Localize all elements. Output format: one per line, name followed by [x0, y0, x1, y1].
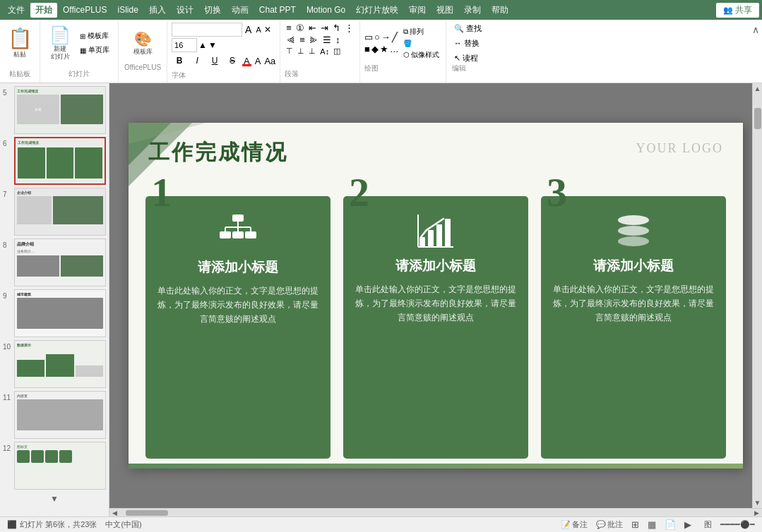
h-scrollbar[interactable]: ◀ ▶ [109, 508, 762, 516]
bullets-btn[interactable]: ≡ [285, 23, 293, 33]
font-color-btn[interactable]: A [242, 56, 251, 66]
card-3-text[interactable]: 单击此处输入你的正文，文字是您思想的提炼，为了最终演示发布的良好效果，请尽量言简… [551, 282, 716, 325]
slide-thumb-5[interactable]: 5 工作完成情况 表格 [3, 86, 106, 134]
menu-help[interactable]: 帮助 [487, 3, 513, 18]
scroll-up-arrow[interactable]: ▲ [753, 83, 762, 94]
align-mid-btn[interactable]: ⊥ [296, 47, 306, 56]
slide-canvas[interactable]: 工作完成情况 YOUR LOGO 1 [129, 123, 743, 468]
shape-diamond[interactable]: ◆ [371, 44, 379, 54]
h-scroll-thumb[interactable] [126, 510, 168, 516]
officeplus-templates-btn[interactable]: 🎨 模板库 [133, 30, 153, 56]
v-scrollbar[interactable]: ▲ ▼ [752, 83, 762, 508]
menu-home[interactable]: 开始 [30, 3, 57, 18]
align-right-btn[interactable]: ⫸ [308, 35, 320, 45]
comments-button[interactable]: 💬 批注 [596, 519, 623, 530]
font-clear-btn[interactable]: ✕ [264, 25, 271, 35]
font-name-input[interactable] [172, 23, 242, 37]
slide-thumb-10[interactable]: 10 数据展示 [3, 340, 106, 388]
col-btn[interactable]: ⋮ [343, 23, 355, 33]
slide-thumb-8[interactable]: 8 品牌介绍 业务简介... [3, 238, 106, 286]
font-size-aa-btn[interactable]: Aa [264, 56, 275, 66]
menu-motion[interactable]: Motion Go [302, 4, 350, 16]
rtl-btn[interactable]: ↰ [331, 23, 342, 33]
italic-button[interactable]: I [189, 54, 205, 68]
menu-file[interactable]: 文件 [3, 3, 30, 18]
normal-view-btn[interactable]: ⊞ [631, 519, 639, 530]
ribbon-collapse[interactable]: ∧ [749, 21, 762, 38]
slide-img-8[interactable]: 品牌介绍 业务简介... [14, 238, 106, 286]
card-2-body[interactable]: 请添加小标题 单击此处输入你的正文，文字是您思想的提炼，为了最终演示发布的良好效… [343, 196, 528, 459]
card-3-body[interactable]: 请添加小标题 单击此处输入你的正文，文字是您思想的提炼，为了最终演示发布的良好效… [541, 196, 726, 459]
menu-design[interactable]: 设计 [172, 3, 198, 18]
scroll-down-arrow[interactable]: ▼ [753, 497, 762, 508]
slide-img-12[interactable]: 图标页 [14, 442, 106, 490]
card-2-subtitle[interactable]: 请添加小标题 [395, 257, 476, 275]
menu-animation[interactable]: 动画 [227, 3, 254, 18]
shape-arrow[interactable]: → [381, 32, 391, 42]
select-button[interactable]: ↖ 读程 [452, 52, 490, 64]
align-bot-btn[interactable]: ⊥ [307, 47, 317, 56]
slide-sorter-btn[interactable]: ▦ [648, 519, 656, 530]
paste-button[interactable]: 📋 粘贴 [4, 23, 35, 64]
scroll-right-arrow[interactable]: ▶ [753, 509, 761, 516]
indent-dec-btn[interactable]: ⇤ [307, 23, 318, 33]
align-top-btn[interactable]: ⊤ [285, 47, 294, 56]
shape-line[interactable]: ╱ [392, 32, 398, 42]
scroll-left-arrow[interactable]: ◀ [111, 509, 119, 516]
layout-button[interactable]: ⊞ 模板库 [77, 30, 112, 42]
zoom-slider[interactable]: ━━━━⚫━ [720, 520, 755, 529]
menu-review[interactable]: 审阅 [404, 3, 431, 18]
justify-btn[interactable]: ☰ [321, 35, 333, 45]
indent-inc-btn[interactable]: ⇥ [319, 23, 330, 33]
menu-officeplus[interactable]: OfficePLUS [58, 4, 112, 16]
slide-logo[interactable]: YOUR LOGO [636, 141, 724, 156]
panel-scroll-down[interactable]: ▼ [3, 492, 106, 505]
slide-img-10[interactable]: 数据展示 [14, 340, 106, 388]
new-slide-button[interactable]: 📄 新建幻灯片 [46, 24, 74, 62]
shape-rect[interactable]: ▭ [364, 32, 373, 42]
slide-thumb-12[interactable]: 12 图标页 [3, 442, 106, 490]
slide-thumb-9[interactable]: 9 城市建筑 [3, 289, 106, 337]
font-size-down-icon[interactable]: A [254, 25, 262, 34]
menu-transition[interactable]: 切换 [199, 3, 226, 18]
share-button[interactable]: 👥 共享 [716, 3, 759, 18]
slide-thumb-11[interactable]: 11 内容页 [3, 391, 106, 439]
slide-img-9[interactable]: 城市建筑 [14, 289, 106, 337]
slide-img-7[interactable]: 企业介绍 [14, 188, 106, 236]
card-1-body[interactable]: 请添加小标题 单击此处输入你的正文，文字是您思想的提炼，为了最终演示发布的良好效… [145, 196, 331, 459]
bold-button[interactable]: B [172, 54, 187, 68]
slide-thumb-6[interactable]: 6 工作完成情况 [3, 137, 106, 185]
highlight-btn[interactable]: A [254, 56, 263, 66]
shape-circle[interactable]: ○ [374, 32, 380, 42]
font-size-up-icon[interactable]: A [244, 24, 253, 35]
reading-view-btn[interactable]: 📄 [665, 519, 676, 530]
menu-islide[interactable]: iSlide [112, 4, 143, 16]
menu-chatppt[interactable]: Chat PPT [254, 4, 301, 16]
convert-btn[interactable]: ◫ [332, 47, 342, 56]
shape-star[interactable]: ★ [380, 44, 388, 54]
arrange-btn[interactable]: ⧉排列 [401, 26, 441, 37]
numbering-btn[interactable]: ① [294, 23, 306, 33]
slide-img-5[interactable]: 工作完成情况 表格 [14, 86, 106, 134]
find-button[interactable]: 🔍 查找 [452, 23, 490, 35]
section-button[interactable]: ▦ 单页库 [77, 44, 112, 56]
card-3-subtitle[interactable]: 请添加小标题 [593, 257, 674, 275]
strikethrough-button[interactable]: S [225, 54, 240, 68]
shape-square[interactable]: ■ [364, 44, 370, 54]
notes-button[interactable]: 📝 备注 [561, 519, 588, 530]
slide-thumb-7[interactable]: 7 企业介绍 [3, 188, 106, 236]
underline-button[interactable]: U [207, 54, 222, 68]
scroll-thumb[interactable] [754, 108, 761, 129]
menu-view[interactable]: 视图 [431, 3, 458, 18]
slideshow-btn[interactable]: ▶ [684, 519, 691, 530]
align-center-btn[interactable]: ≡ [298, 35, 306, 45]
card-1-text[interactable]: 单击此处输入你的正文，文字是您思想的提炼，为了最终演示发布的良好效果，请尽量言简… [155, 284, 321, 326]
menu-record[interactable]: 录制 [459, 3, 486, 18]
font-size-input[interactable] [172, 38, 197, 52]
align-left-btn[interactable]: ⫷ [285, 35, 297, 45]
card-2-text[interactable]: 单击此处输入你的正文，文字是您思想的提炼，为了最终演示发布的良好效果，请尽量言简… [353, 282, 518, 325]
shape-more[interactable]: … [390, 44, 399, 54]
fill-btn[interactable]: 🪣 [401, 39, 441, 48]
menu-slideshow[interactable]: 幻灯片放映 [351, 3, 403, 18]
slide-img-6[interactable]: 工作完成情况 [14, 137, 106, 185]
